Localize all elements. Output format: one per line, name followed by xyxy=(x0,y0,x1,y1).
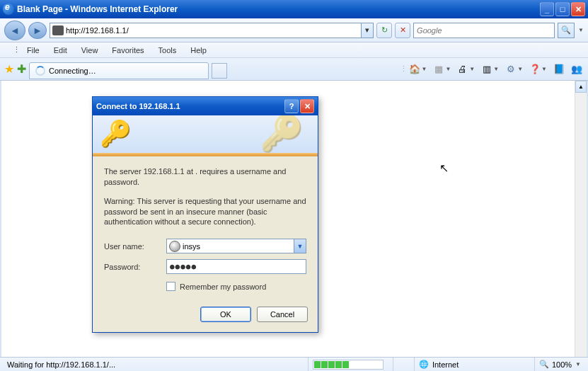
help-button[interactable]: ❓▼ xyxy=(527,62,548,76)
research-icon: 📘 xyxy=(553,64,565,75)
cancel-button[interactable]: Cancel xyxy=(257,307,308,322)
search-input[interactable] xyxy=(414,26,554,35)
loading-spinner-icon xyxy=(35,66,45,76)
address-input[interactable] xyxy=(66,24,361,37)
stop-button[interactable]: ✕ xyxy=(395,23,410,38)
dialog-title: Connect to 192.168.1.1 xyxy=(96,102,283,110)
search-bar[interactable] xyxy=(413,23,555,38)
zoom-icon: 🔍 xyxy=(539,360,549,369)
menu-bar: ⋮ File Edit View Favorites Tools Help xyxy=(0,42,588,58)
minimize-button[interactable]: _ xyxy=(540,2,554,16)
add-favorite-icon[interactable]: ✚ xyxy=(17,62,26,76)
keys-icon: 🔑 xyxy=(100,119,132,149)
forward-button[interactable]: ► xyxy=(28,22,47,39)
home-icon: 🏠 xyxy=(408,64,420,75)
scroll-up-button[interactable]: ▲ xyxy=(575,81,587,93)
vertical-scrollbar[interactable]: ▲ xyxy=(575,81,587,357)
zone-label: Internet xyxy=(432,360,459,369)
status-spacer xyxy=(393,358,415,371)
tab-label: Connecting… xyxy=(49,67,96,75)
address-bar[interactable]: ▾ xyxy=(50,23,374,38)
page-icon xyxy=(52,25,64,35)
dialog-banner: 🔑 🔑 xyxy=(93,115,318,156)
username-dropdown[interactable]: ▼ xyxy=(294,239,306,253)
status-bar: Waiting for http://192.168.1.1/... 🌐 Int… xyxy=(0,357,588,371)
remember-label: Remember my password xyxy=(180,282,266,291)
window-title: Blank Page - Windows Internet Explorer xyxy=(17,4,540,14)
feeds-button[interactable]: ▦▼ xyxy=(431,62,452,76)
browser-tab[interactable]: Connecting… xyxy=(29,62,209,79)
dialog-help-button[interactable]: ? xyxy=(284,99,299,113)
page-icon: ▥ xyxy=(480,64,492,75)
search-button[interactable]: 🔍 xyxy=(558,23,575,38)
help-icon: ❓ xyxy=(529,64,541,75)
navigation-bar: ◄ ► ▾ ↻ ✕ 🔍 ▼ xyxy=(0,18,588,42)
grip-icon: ⋮ xyxy=(400,64,404,74)
username-label: User name: xyxy=(104,242,161,251)
zoom-value: 100% xyxy=(552,360,572,369)
new-tab-button[interactable] xyxy=(212,63,227,79)
favorites-icon[interactable]: ★ xyxy=(4,62,14,76)
print-button[interactable]: 🖨▼ xyxy=(455,62,476,76)
status-text: Waiting for http://192.168.1.1/... xyxy=(3,358,309,371)
back-button[interactable]: ◄ xyxy=(4,21,25,40)
menu-file[interactable]: File xyxy=(20,44,47,57)
print-icon: 🖨 xyxy=(456,64,468,75)
messenger-icon: 👥 xyxy=(570,64,582,75)
dialog-titlebar[interactable]: Connect to 192.168.1.1 ? ✕ xyxy=(93,97,318,115)
dialog-close-button[interactable]: ✕ xyxy=(300,99,314,113)
password-label: Password: xyxy=(104,263,161,271)
gear-icon: ⚙ xyxy=(505,64,517,75)
progress-bar xyxy=(313,360,384,370)
password-input[interactable]: ●●●●● xyxy=(166,259,306,274)
globe-icon: 🌐 xyxy=(419,360,429,369)
tab-toolbar: ★ ✚ Connecting… ⋮ 🏠▼ ▦▼ 🖨▼ ▥▼ ⚙▼ ❓▼ 📘 👥 xyxy=(0,58,588,81)
close-button[interactable]: ✕ xyxy=(571,2,585,16)
keys-bg-icon: 🔑 xyxy=(260,115,304,154)
tools-menu-button[interactable]: ⚙▼ xyxy=(503,62,524,76)
search-dropdown[interactable]: ▼ xyxy=(578,27,584,33)
research-button[interactable]: 📘 xyxy=(551,62,566,76)
messenger-button[interactable]: 👥 xyxy=(569,62,584,76)
window-titlebar: Blank Page - Windows Internet Explorer _… xyxy=(0,0,588,18)
security-zone[interactable]: 🌐 Internet xyxy=(415,358,535,371)
dialog-message: The server 192.168.1.1 at . requires a u… xyxy=(104,166,306,188)
auth-dialog: Connect to 192.168.1.1 ? ✕ 🔑 🔑 The serve… xyxy=(92,96,318,333)
maximize-button[interactable]: □ xyxy=(555,2,570,16)
menu-favorites[interactable]: Favorites xyxy=(105,44,151,57)
dialog-warning: Warning: This server is requesting that … xyxy=(104,196,306,228)
username-combo[interactable]: ▼ xyxy=(166,239,306,253)
grip-icon: ⋮ xyxy=(6,43,20,57)
remember-checkbox[interactable] xyxy=(166,282,175,291)
menu-edit[interactable]: Edit xyxy=(47,44,74,57)
menu-tools[interactable]: Tools xyxy=(151,44,184,57)
username-input[interactable] xyxy=(183,242,294,251)
feeds-icon: ▦ xyxy=(432,64,444,75)
menu-help[interactable]: Help xyxy=(183,44,214,57)
ok-button[interactable]: OK xyxy=(200,307,251,322)
address-dropdown[interactable]: ▾ xyxy=(361,23,373,38)
zoom-dropdown[interactable]: ▼ xyxy=(575,361,581,367)
menu-view[interactable]: View xyxy=(74,44,105,57)
user-icon xyxy=(169,241,180,252)
page-menu-button[interactable]: ▥▼ xyxy=(479,62,500,76)
ie-icon xyxy=(3,4,14,15)
progress-cell xyxy=(309,358,393,371)
refresh-button[interactable]: ↻ xyxy=(376,23,392,38)
zoom-control[interactable]: 🔍 100% ▼ xyxy=(535,358,585,371)
home-button[interactable]: 🏠▼ xyxy=(407,62,428,76)
